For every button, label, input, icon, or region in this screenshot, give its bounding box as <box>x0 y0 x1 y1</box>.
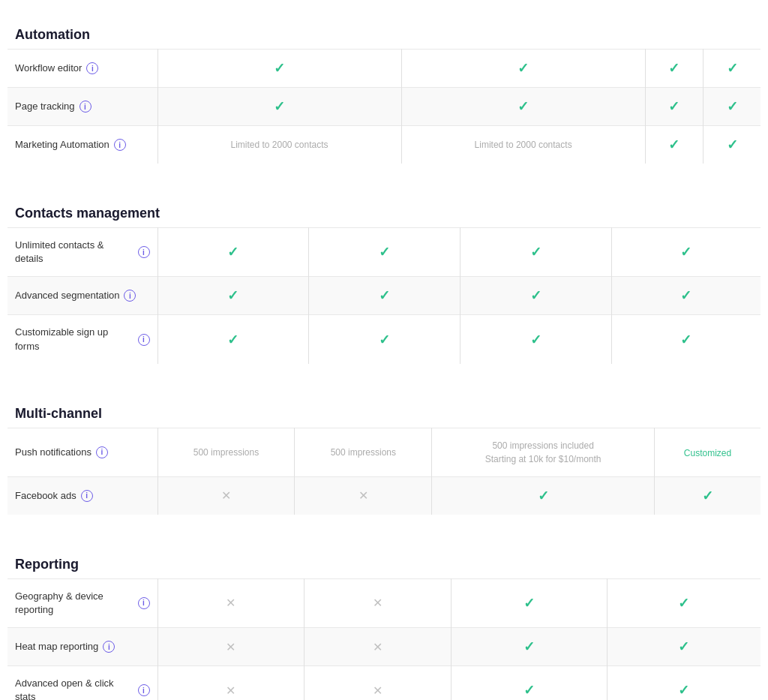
check-icon: ✓ <box>678 639 689 654</box>
cell-text: 500 impressions <box>194 447 259 458</box>
value-cell: ✓ <box>309 228 460 277</box>
feature-name-label: Marketing Automation <box>15 138 110 152</box>
cross-icon: ✕ <box>373 641 382 653</box>
feature-name-label: Advanced open & click stats <box>15 677 134 700</box>
feature-name-wrapper: Unlimited contacts & detailsi <box>15 239 150 266</box>
cell-text: Limited to 2000 contacts <box>475 140 572 150</box>
cell-text-line1: 500 impressions included <box>440 439 646 452</box>
info-icon[interactable]: i <box>124 290 136 302</box>
value-cell: ✓ <box>645 50 703 88</box>
check-icon: ✓ <box>524 683 535 698</box>
check-icon: ✓ <box>524 639 535 654</box>
check-icon: ✓ <box>538 488 549 503</box>
check-icon: ✓ <box>680 332 692 347</box>
info-icon[interactable]: i <box>138 597 150 609</box>
cell-text-multi: 500 impressions includedStarting at 10k … <box>440 439 646 466</box>
check-icon: ✓ <box>668 61 680 76</box>
check-icon: ✓ <box>680 288 692 303</box>
check-icon: ✓ <box>727 61 738 76</box>
check-icon: ✓ <box>379 332 390 347</box>
page-wrapper: AutomationWorkflow editori✓✓✓✓Page track… <box>0 0 768 700</box>
value-cell: ✓ <box>401 50 645 88</box>
check-icon: ✓ <box>379 288 390 303</box>
value-cell: ✓ <box>452 666 607 700</box>
feature-name-label: Workflow editor <box>15 62 82 75</box>
feature-name-label: Customizable sign up forms <box>15 326 134 353</box>
check-icon: ✓ <box>227 288 238 303</box>
value-cell: ✓ <box>158 228 309 277</box>
section-title-automation: Automation <box>8 15 760 49</box>
value-cell: ✓ <box>158 315 309 364</box>
feature-name-cell: Unlimited contacts & detailsi <box>8 228 158 277</box>
info-icon[interactable]: i <box>86 62 98 74</box>
value-cell: ✓ <box>401 88 645 126</box>
value-cell: ✓ <box>611 228 760 277</box>
value-cell: ✓ <box>432 476 655 515</box>
value-cell: ✓ <box>452 628 607 666</box>
feature-name-label: Facebook ads <box>15 489 76 503</box>
value-cell: ✓ <box>607 628 760 666</box>
value-cell: 500 impressions includedStarting at 10k … <box>432 428 655 476</box>
cross-icon: ✕ <box>373 596 382 609</box>
check-icon: ✓ <box>678 596 689 611</box>
cell-text-green: Customized <box>684 448 731 458</box>
feature-name-label: Heat map reporting <box>15 640 98 653</box>
section-automation: AutomationWorkflow editori✓✓✓✓Page track… <box>8 15 760 164</box>
feature-table-contacts: Unlimited contacts & detailsi✓✓✓✓Advance… <box>8 227 760 364</box>
value-cell: ✕ <box>158 476 295 515</box>
check-icon: ✓ <box>530 288 542 303</box>
value-cell: ✓ <box>611 315 760 364</box>
feature-name-wrapper: Page trackingi <box>15 100 150 113</box>
feature-name-cell: Heat map reportingi <box>8 628 158 666</box>
table-row: Workflow editori✓✓✓✓ <box>8 50 760 88</box>
check-icon: ✓ <box>379 245 390 260</box>
feature-name-wrapper: Marketing Automationi <box>15 138 150 152</box>
cell-text: 500 impressions <box>331 447 396 458</box>
section-contacts: Contacts managementUnlimited contacts & … <box>8 194 760 364</box>
table-row: Marketing AutomationiLimited to 2000 con… <box>8 126 760 164</box>
table-row: Push notificationsi500 impressions500 im… <box>8 428 760 476</box>
value-cell: ✓ <box>645 126 703 164</box>
check-icon: ✓ <box>530 245 542 260</box>
value-cell: ✓ <box>704 126 760 164</box>
value-cell: ✓ <box>158 88 401 126</box>
section-title-contacts: Contacts management <box>8 194 760 227</box>
feature-name-cell: Marketing Automationi <box>8 126 158 164</box>
value-cell: ✓ <box>158 277 309 315</box>
check-icon: ✓ <box>274 99 285 114</box>
feature-table-reporting: Geography & device reportingi✕✕✓✓Heat ma… <box>8 578 760 700</box>
table-row: Facebook adsi✕✕✓✓ <box>8 476 760 515</box>
cross-icon: ✕ <box>226 641 236 653</box>
info-icon[interactable]: i <box>138 684 150 696</box>
value-cell: ✓ <box>309 315 460 364</box>
feature-name-wrapper: Push notificationsi <box>15 446 150 459</box>
feature-name-label: Page tracking <box>15 100 75 113</box>
value-cell: ✓ <box>645 88 703 126</box>
table-row: Customizable sign up formsi✓✓✓✓ <box>8 315 760 364</box>
feature-name-wrapper: Heat map reportingi <box>15 640 150 653</box>
check-icon: ✓ <box>518 61 529 76</box>
check-icon: ✓ <box>668 137 680 152</box>
value-cell: Limited to 2000 contacts <box>158 126 401 164</box>
feature-name-wrapper: Customizable sign up formsi <box>15 326 150 353</box>
check-icon: ✓ <box>530 332 542 347</box>
info-icon[interactable]: i <box>103 641 115 653</box>
info-icon[interactable]: i <box>114 139 126 151</box>
feature-name-label: Push notifications <box>15 446 92 459</box>
value-cell: ✓ <box>452 578 607 627</box>
info-icon[interactable]: i <box>138 246 150 258</box>
table-row: Heat map reportingi✕✕✓✓ <box>8 628 760 666</box>
table-row: Page trackingi✓✓✓✓ <box>8 88 760 126</box>
info-icon[interactable]: i <box>81 490 93 502</box>
feature-name-cell: Advanced open & click statsi <box>8 666 158 700</box>
check-icon: ✓ <box>678 683 689 698</box>
feature-name-cell: Customizable sign up formsi <box>8 315 158 364</box>
value-cell: ✓ <box>607 578 760 627</box>
section-multichannel: Multi-channelPush notificationsi500 impr… <box>8 394 760 515</box>
info-icon[interactable]: i <box>80 101 92 113</box>
info-icon[interactable]: i <box>138 334 150 346</box>
check-icon: ✓ <box>274 61 285 76</box>
cross-icon: ✕ <box>226 684 236 697</box>
value-cell: ✓ <box>654 476 760 515</box>
info-icon[interactable]: i <box>96 446 108 458</box>
